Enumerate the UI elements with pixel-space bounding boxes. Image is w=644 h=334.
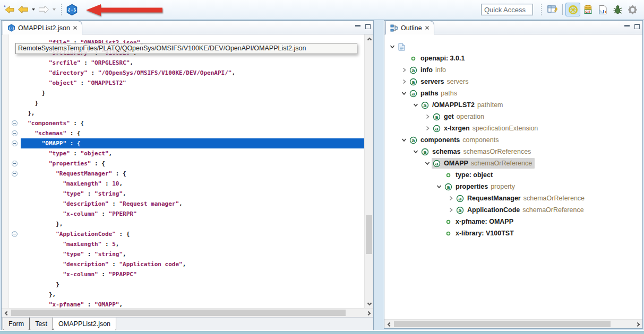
chevron-down-icon[interactable]	[399, 137, 408, 143]
fold-collapse-icon[interactable]	[12, 231, 18, 237]
code-line[interactable]: },	[21, 289, 364, 300]
outline-row-type-object[interactable]: type: object	[384, 169, 642, 181]
chevron-down-icon[interactable]	[411, 149, 420, 154]
outline-horizontal-scrollbar[interactable]	[384, 319, 642, 328]
code-line[interactable]: "maxLength" : 10,	[21, 179, 364, 189]
outline-tree[interactable]: openapi: 3.0.1ainfoinfoaserversserversap…	[384, 34, 642, 319]
horizontal-scroll-thumb[interactable]	[394, 321, 611, 327]
fold-collapse-icon[interactable]	[12, 171, 18, 177]
close-icon[interactable]	[73, 25, 78, 30]
outline-item[interactable]: aserversservers	[408, 76, 471, 87]
code-line[interactable]: "x-pfname" : "OMAPP",	[21, 300, 364, 308]
chevron-down-icon[interactable]	[423, 161, 432, 166]
code-line[interactable]: "srcfile" : "QRPGLESRC",	[21, 58, 364, 68]
code-line[interactable]: "OMAPP" : {	[21, 138, 364, 148]
outline-item[interactable]: type: object	[443, 170, 495, 180]
outline-selected-item[interactable]: aOMAPPschemaOrReference	[432, 158, 535, 169]
outline-row-x-library-v100tst[interactable]: x-library: V100TST	[384, 227, 642, 239]
outline-item[interactable]: ainfoinfo	[408, 65, 449, 75]
close-icon[interactable]	[425, 25, 430, 30]
debug-perspective-button[interactable]	[610, 3, 625, 16]
chevron-down-icon[interactable]	[399, 91, 408, 96]
scroll-right-button[interactable]	[633, 320, 642, 329]
outline-row-components[interactable]: acomponentscomponents	[384, 134, 642, 146]
outline-row-x-pfname-omapp[interactable]: x-pfname: OMAPP	[384, 216, 642, 227]
code-line[interactable]: "properties" : {	[21, 159, 364, 169]
editor-tab[interactable]: {·} OMAPPList2.json	[3, 21, 82, 34]
scroll-down-button[interactable]	[365, 299, 373, 308]
chevron-down-icon[interactable]	[411, 102, 420, 108]
scroll-left-button[interactable]	[2, 309, 11, 318]
outline-tab[interactable]: Outline	[385, 21, 434, 34]
last-edit-location-button[interactable]: *	[2, 2, 16, 17]
chevron-right-icon[interactable]	[446, 207, 455, 213]
scroll-up-button[interactable]	[365, 34, 373, 43]
forward-button[interactable]	[37, 2, 50, 17]
chevron-right-icon[interactable]	[423, 114, 432, 119]
outline-item[interactable]: aApplicationCodeschemaOrReference	[455, 205, 587, 215]
fold-collapse-icon[interactable]	[12, 120, 18, 126]
minimize-icon[interactable]	[624, 24, 630, 27]
outline-item[interactable]: x-library: V100TST	[443, 228, 517, 239]
minimize-icon[interactable]	[355, 24, 360, 27]
fold-collapse-icon[interactable]	[12, 161, 18, 166]
perspective-active-button[interactable]	[565, 3, 580, 16]
outline-row-paths[interactable]: apathspaths	[384, 87, 642, 99]
outline-item[interactable]: agetoperation	[432, 111, 487, 122]
outline-row--omapplst2[interactable]: a/OMAPPLST2pathItem	[384, 99, 642, 111]
outline-row-info[interactable]: ainfoinfo	[384, 64, 642, 76]
code-line[interactable]: "object" : "OMAPPLST2"	[21, 78, 364, 88]
chevron-down-icon[interactable]	[388, 44, 397, 49]
vertical-scroll-thumb[interactable]	[366, 215, 372, 254]
code-line[interactable]: "type" : "string",	[21, 189, 364, 199]
outline-item[interactable]: ax-lxrgenspecificationExtension	[432, 123, 540, 134]
outline-row-properties[interactable]: apropertiesproperty	[384, 181, 642, 192]
chevron-right-icon[interactable]	[399, 67, 408, 73]
editor-horizontal-scrollbar[interactable]	[2, 308, 373, 317]
code-line[interactable]: "ApplicationCode" : {	[21, 229, 364, 239]
code-editor[interactable]: "file" : "OMAPPList2.json", "srclibrary"…	[2, 34, 373, 308]
chevron-right-icon[interactable]	[399, 79, 408, 84]
code-line[interactable]: }	[21, 98, 364, 108]
outline-row-servers[interactable]: aserversservers	[384, 76, 642, 87]
outline-item[interactable]: apropertiesproperty	[443, 181, 518, 192]
outline-row-openapi-3-0-1[interactable]: openapi: 3.0.1	[384, 52, 642, 64]
code-line[interactable]: "directory" : "/QOpenSys/OMSIFS/V100KE/D…	[21, 68, 364, 78]
code-line[interactable]: "RequestManager" : {	[21, 169, 364, 179]
outline-row-schemas[interactable]: aschemasschemasOrReferences	[384, 146, 642, 157]
outline-item[interactable]: aschemasschemasOrReferences	[420, 146, 534, 157]
outline-row-requestmanager[interactable]: aRequestManagerschemaOrReference	[384, 192, 642, 204]
chevron-down-icon[interactable]	[434, 184, 443, 189]
horizontal-scroll-thumb[interactable]	[11, 310, 346, 316]
code-line[interactable]: "type" : "string",	[21, 249, 364, 259]
planning-perspective-button[interactable]	[595, 3, 610, 16]
chevron-right-icon[interactable]	[423, 126, 432, 131]
code-line[interactable]: "schemas" : {	[21, 128, 364, 138]
chevron-right-icon[interactable]	[446, 196, 455, 201]
code-text-area[interactable]: "file" : "OMAPPList2.json", "srclibrary"…	[21, 34, 364, 308]
maximize-icon[interactable]	[634, 24, 640, 29]
outline-item[interactable]: openapi: 3.0.1	[408, 53, 467, 64]
back-history-dropdown[interactable]	[30, 2, 37, 17]
code-line[interactable]: "x-column" : "PPAPPC"	[21, 269, 364, 279]
outline-item[interactable]: x-pfname: OMAPP	[443, 216, 516, 227]
code-line[interactable]: "type" : "object",	[21, 148, 364, 159]
editor-page-tab-omapplist2-json[interactable]: OMAPPList2.json	[53, 318, 116, 331]
outline-row-applicationcode[interactable]: aApplicationCodeschemaOrReference	[384, 204, 642, 216]
editor-page-tab-test[interactable]: Test	[29, 318, 53, 330]
openapi-editor-button[interactable]: {·}	[65, 2, 79, 17]
outline-item[interactable]: acomponentscomponents	[408, 135, 501, 145]
back-button[interactable]	[16, 2, 30, 17]
code-line[interactable]: },	[21, 219, 364, 229]
scroll-right-button[interactable]	[364, 309, 373, 318]
maximize-icon[interactable]	[365, 24, 371, 29]
outline-item[interactable]: aRequestManagerschemaOrReference	[455, 193, 587, 204]
forward-history-dropdown[interactable]	[50, 2, 57, 17]
outline-item[interactable]: apathspaths	[408, 88, 460, 99]
outline-row-root[interactable]	[384, 41, 642, 52]
git-perspective-button[interactable]: GIT	[580, 3, 595, 16]
outline-item[interactable]: a/OMAPPLST2pathItem	[420, 100, 506, 110]
code-line[interactable]: }	[21, 88, 364, 98]
outline-item[interactable]	[397, 41, 409, 52]
settings-gear-button[interactable]	[625, 3, 640, 16]
